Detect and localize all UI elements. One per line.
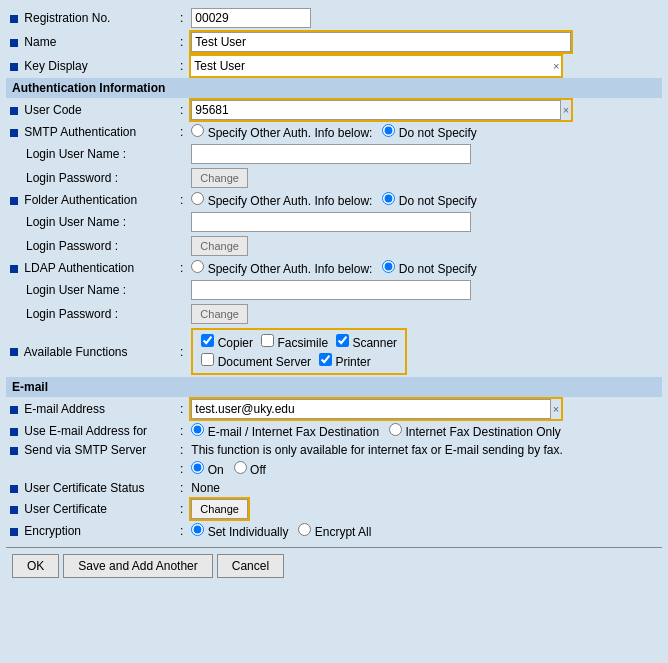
user-code-row: User Code : × xyxy=(6,98,662,122)
key-display-label: Key Display xyxy=(6,54,176,78)
smtp-donotspecify-radio[interactable] xyxy=(382,124,395,137)
email-address-clear-btn[interactable]: × xyxy=(553,403,559,415)
send-smtp-label: Send via SMTP Server xyxy=(6,441,176,459)
smtp-auth-label: SMTP Authentication xyxy=(6,122,176,142)
email-section-header: E-mail xyxy=(6,377,662,397)
smtp-specify-radio-label[interactable]: Specify Other Auth. Info below: xyxy=(191,126,375,140)
ldap-change-btn[interactable]: Change xyxy=(191,304,248,324)
smtp-login-pass-label: Login Password : xyxy=(6,166,176,190)
folder-donotspecify-radio[interactable] xyxy=(382,192,395,205)
document-server-checkbox-label[interactable]: Document Server xyxy=(201,353,311,369)
user-code-clear-btn[interactable]: × xyxy=(563,104,569,116)
key-display-input[interactable] xyxy=(191,56,561,76)
internet-fax-only-radio-label[interactable]: Internet Fax Destination Only xyxy=(389,425,561,439)
user-code-input-wrapper: × xyxy=(191,100,571,120)
available-functions-group: Copier Facsimile Scanner Document xyxy=(191,328,407,375)
encryption-label: Encryption xyxy=(6,521,176,541)
ldap-specify-radio[interactable] xyxy=(191,260,204,273)
key-display-clear-btn[interactable]: × xyxy=(553,60,559,72)
copier-checkbox[interactable] xyxy=(201,334,214,347)
name-label: Name xyxy=(6,30,176,54)
use-email-for-icon xyxy=(10,428,18,436)
available-functions-label: Available Functions xyxy=(6,326,176,377)
email-fax-dest-radio[interactable] xyxy=(191,423,204,436)
folder-auth-label: Folder Authentication xyxy=(6,190,176,210)
send-smtp-options-row: : On Off xyxy=(6,459,662,479)
user-code-icon xyxy=(10,107,18,115)
ldap-donotspecify-radio[interactable] xyxy=(382,260,395,273)
smtp-on-radio-label[interactable]: On xyxy=(191,463,227,477)
email-address-icon xyxy=(10,406,18,414)
ldap-login-user-input[interactable] xyxy=(191,280,471,300)
encryption-icon xyxy=(10,528,18,536)
scanner-checkbox[interactable] xyxy=(336,334,349,347)
cert-status-label: User Certificate Status xyxy=(6,479,176,497)
ldap-auth-row: LDAP Authentication : Specify Other Auth… xyxy=(6,258,662,278)
save-add-another-button[interactable]: Save and Add Another xyxy=(63,554,212,578)
certificate-icon xyxy=(10,506,18,514)
facsimile-checkbox-label[interactable]: Facsimile xyxy=(261,334,328,350)
document-server-checkbox[interactable] xyxy=(201,353,214,366)
auth-section-header: Authentication Information xyxy=(6,78,662,98)
encrypt-all-radio[interactable] xyxy=(298,523,311,536)
available-functions-icon xyxy=(10,348,18,356)
name-input[interactable] xyxy=(191,32,571,52)
printer-checkbox-label[interactable]: Printer xyxy=(319,353,371,369)
registration-no-input[interactable] xyxy=(191,8,311,28)
set-individually-radio-label[interactable]: Set Individually xyxy=(191,525,291,539)
copier-checkbox-label[interactable]: Copier xyxy=(201,334,253,350)
user-code-label: User Code xyxy=(6,98,176,122)
smtp-auth-row: SMTP Authentication : Specify Other Auth… xyxy=(6,122,662,142)
cert-status-row: User Certificate Status : None xyxy=(6,479,662,497)
folder-login-user-label: Login User Name : xyxy=(6,210,176,234)
email-address-label: E-mail Address xyxy=(6,397,176,421)
smtp-login-user-row: Login User Name : xyxy=(6,142,662,166)
smtp-change-btn[interactable]: Change xyxy=(191,168,248,188)
folder-specify-radio[interactable] xyxy=(191,192,204,205)
form-table: Registration No. : Name : xyxy=(6,6,662,541)
set-individually-radio[interactable] xyxy=(191,523,204,536)
ldap-login-user-row: Login User Name : xyxy=(6,278,662,302)
reg-row: Registration No. : xyxy=(6,6,662,30)
smtp-off-radio[interactable] xyxy=(234,461,247,474)
folder-login-pass-label: Login Password : xyxy=(6,234,176,258)
cert-status-value: None xyxy=(187,479,662,497)
encrypt-all-radio-label[interactable]: Encrypt All xyxy=(298,525,371,539)
user-code-input[interactable] xyxy=(191,100,561,120)
key-display-icon xyxy=(10,63,18,71)
folder-login-user-row: Login User Name : xyxy=(6,210,662,234)
certificate-change-btn[interactable]: Change xyxy=(191,499,248,519)
ok-button[interactable]: OK xyxy=(12,554,59,578)
smtp-login-user-input[interactable] xyxy=(191,144,471,164)
email-fax-dest-radio-label[interactable]: E-mail / Internet Fax Destination xyxy=(191,425,382,439)
key-display-row: Key Display : × xyxy=(6,54,662,78)
ldap-donotspecify-radio-label[interactable]: Do not Specify xyxy=(382,262,476,276)
scanner-checkbox-label[interactable]: Scanner xyxy=(336,334,397,350)
ldap-login-pass-row: Login Password : Change xyxy=(6,302,662,326)
cancel-button[interactable]: Cancel xyxy=(217,554,284,578)
smtp-on-radio[interactable] xyxy=(191,461,204,474)
facsimile-checkbox[interactable] xyxy=(261,334,274,347)
smtp-login-pass-row: Login Password : Change xyxy=(6,166,662,190)
smtp-donotspecify-radio-label[interactable]: Do not Specify xyxy=(382,126,476,140)
folder-login-user-input[interactable] xyxy=(191,212,471,232)
folder-change-btn[interactable]: Change xyxy=(191,236,248,256)
name-icon xyxy=(10,39,18,47)
email-address-input[interactable] xyxy=(191,399,551,419)
internet-fax-only-radio[interactable] xyxy=(389,423,402,436)
folder-specify-radio-label[interactable]: Specify Other Auth. Info below: xyxy=(191,194,375,208)
certificate-label: User Certificate xyxy=(6,497,176,521)
smtp-off-radio-label[interactable]: Off xyxy=(234,463,266,477)
smtp-specify-radio[interactable] xyxy=(191,124,204,137)
printer-checkbox[interactable] xyxy=(319,353,332,366)
ldap-login-user-label: Login User Name : xyxy=(6,278,176,302)
folder-donotspecify-radio-label[interactable]: Do not Specify xyxy=(382,194,476,208)
ldap-specify-radio-label[interactable]: Specify Other Auth. Info below: xyxy=(191,262,375,276)
ldap-login-pass-label: Login Password : xyxy=(6,302,176,326)
smtp-auth-icon xyxy=(10,129,18,137)
email-section-header-row: E-mail xyxy=(6,377,662,397)
certificate-row: User Certificate : Change xyxy=(6,497,662,521)
smtp-login-user-label: Login User Name : xyxy=(6,142,176,166)
cert-status-icon xyxy=(10,485,18,493)
available-functions-row: Available Functions : Copier Facsimile xyxy=(6,326,662,377)
